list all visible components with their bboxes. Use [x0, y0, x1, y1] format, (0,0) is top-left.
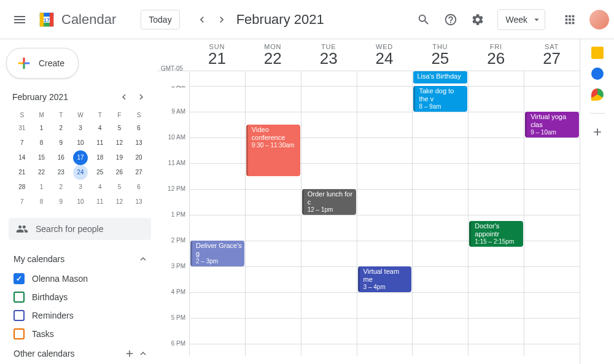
all-day-cell[interactable] [245, 71, 301, 86]
mini-day[interactable]: 11 [90, 136, 110, 150]
mini-day[interactable]: 27 [129, 165, 149, 180]
mini-day[interactable]: 4 [90, 121, 110, 136]
calendar-item[interactable]: Olenna Mason [0, 269, 157, 288]
settings-button[interactable] [465, 7, 490, 32]
mini-day[interactable]: 10 [71, 136, 90, 150]
mini-day[interactable]: 1 [32, 180, 52, 195]
mini-day[interactable]: 9 [51, 136, 71, 150]
day-column[interactable]: Video conference9:30 – 11:30am [245, 86, 301, 356]
mini-day[interactable]: 18 [90, 150, 110, 165]
mini-day[interactable]: 4 [90, 180, 110, 195]
mini-day[interactable]: 7 [12, 136, 32, 150]
mini-day[interactable]: 3 [71, 121, 90, 136]
today-button[interactable]: Today [141, 10, 179, 29]
mini-day[interactable]: 16 [51, 150, 71, 165]
create-button[interactable]: Create [6, 48, 79, 79]
mini-day[interactable]: 5 [110, 121, 130, 136]
mini-day[interactable]: 13 [129, 136, 149, 150]
mini-day[interactable]: 6 [129, 121, 149, 136]
mini-day[interactable]: 12 [110, 136, 130, 150]
mini-day[interactable]: 8 [32, 136, 52, 150]
day-column[interactable]: Virtual yoga clas9 – 10am [524, 86, 580, 356]
event[interactable]: Virtual team me3 – 4pm [358, 266, 412, 292]
time-grid-scroll[interactable]: 8 AM9 AM10 AM11 AM12 PM1 PM2 PM3 PM4 PM5… [157, 86, 580, 356]
calendar-checkbox[interactable] [14, 292, 25, 303]
mini-next-button[interactable] [134, 90, 149, 104]
day-header[interactable]: WED24 [357, 39, 413, 71]
view-selector[interactable]: Week [497, 9, 545, 30]
all-day-event[interactable]: Lisa's Birthday [413, 71, 467, 83]
day-column[interactable]: Deliver Grace's g2 – 3pm [189, 86, 245, 356]
calendar-checkbox[interactable] [14, 273, 25, 284]
day-column[interactable]: Doctor's appointr1:15 – 2:15pm [468, 86, 524, 356]
tasks-app-icon[interactable] [591, 68, 604, 80]
all-day-cell[interactable]: Lisa's Birthday [412, 71, 468, 86]
keep-app-icon[interactable] [591, 47, 604, 59]
mini-day[interactable]: 6 [129, 180, 149, 195]
maps-app-icon[interactable] [591, 88, 604, 101]
calendar-checkbox[interactable] [14, 310, 25, 321]
day-column[interactable]: Take dog to the v8 – 9am [412, 86, 468, 356]
all-day-cell[interactable] [524, 71, 580, 86]
mini-day[interactable]: 3 [71, 180, 90, 195]
mini-day[interactable]: 24 [73, 165, 88, 180]
mini-day[interactable]: 21 [12, 165, 32, 180]
calendar-checkbox[interactable] [14, 328, 25, 339]
search-button[interactable] [411, 7, 436, 32]
mini-day[interactable]: 26 [110, 165, 130, 180]
all-day-cell[interactable] [357, 71, 413, 86]
day-header[interactable]: TUE23 [301, 39, 357, 71]
mini-prev-button[interactable] [117, 90, 131, 104]
help-button[interactable] [438, 7, 463, 32]
mini-day[interactable]: 5 [110, 180, 130, 195]
event[interactable]: Order lunch for c12 – 1pm [302, 189, 356, 215]
mini-day[interactable]: 19 [110, 150, 130, 165]
day-header[interactable]: FRI26 [468, 39, 524, 71]
other-calendars-header[interactable]: Other calendars [0, 343, 157, 364]
event[interactable]: Deliver Grace's g2 – 3pm [190, 241, 244, 266]
search-people-input[interactable]: Search for people [9, 218, 151, 240]
calendar-item[interactable]: Reminders [0, 306, 157, 325]
mini-day[interactable]: 2 [51, 121, 71, 136]
mini-day[interactable]: 14 [12, 150, 32, 165]
event[interactable]: Take dog to the v8 – 9am [413, 86, 467, 112]
all-day-cell[interactable] [301, 71, 357, 86]
mini-day[interactable]: 20 [129, 150, 149, 165]
day-header[interactable]: MON22 [245, 39, 301, 71]
mini-day[interactable]: 28 [12, 180, 32, 195]
mini-day[interactable]: 7 [12, 195, 32, 209]
mini-day[interactable]: 1 [32, 121, 52, 136]
mini-day[interactable]: 10 [71, 195, 90, 209]
mini-day[interactable]: 23 [51, 165, 71, 180]
calendar-item[interactable]: Tasks [0, 325, 157, 343]
mini-day[interactable]: 12 [110, 195, 130, 209]
calendar-item[interactable]: Birthdays [0, 288, 157, 306]
mini-day[interactable]: 2 [51, 180, 71, 195]
all-day-cell[interactable] [468, 71, 524, 86]
mini-day[interactable]: 31 [12, 121, 32, 136]
user-avatar[interactable] [589, 10, 609, 29]
mini-day[interactable]: 22 [32, 165, 52, 180]
add-app-button[interactable] [591, 126, 604, 140]
mini-day[interactable]: 13 [129, 195, 149, 209]
event[interactable]: Video conference9:30 – 11:30am [246, 125, 300, 176]
mini-day[interactable]: 17 [73, 150, 88, 165]
mini-day[interactable]: 9 [51, 195, 71, 209]
mini-day[interactable]: 15 [32, 150, 52, 165]
prev-week-button[interactable] [192, 10, 212, 29]
all-day-cell[interactable] [189, 71, 245, 86]
event[interactable]: Doctor's appointr1:15 – 2:15pm [469, 221, 523, 247]
mini-day[interactable]: 8 [32, 195, 52, 209]
main-menu-button[interactable] [5, 5, 34, 34]
day-header[interactable]: THU25 [412, 39, 468, 71]
mini-day[interactable]: 25 [90, 165, 110, 180]
day-header[interactable]: SAT27 [524, 39, 580, 71]
plus-icon[interactable] [124, 348, 135, 359]
event[interactable]: Virtual yoga clas9 – 10am [525, 112, 579, 137]
mini-day[interactable]: 11 [90, 195, 110, 209]
apps-button[interactable] [558, 7, 582, 32]
next-week-button[interactable] [212, 10, 231, 29]
day-column[interactable]: Order lunch for c12 – 1pm [301, 86, 357, 356]
day-column[interactable]: Virtual team me3 – 4pm [357, 86, 413, 356]
day-header[interactable]: SUN21 [189, 39, 245, 71]
